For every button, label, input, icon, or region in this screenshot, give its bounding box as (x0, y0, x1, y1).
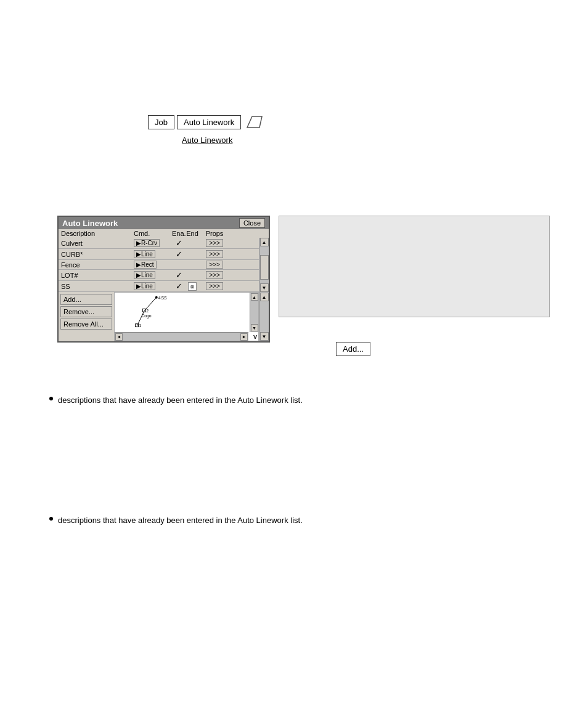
table-row: Fence ▶Rect >>> (59, 260, 259, 270)
bullet-dot-2 (49, 517, 53, 521)
table-scrollbar[interactable]: ▲ ▼ (259, 238, 269, 292)
svg-text:SS: SS (161, 296, 168, 300)
bullet-dot-1 (49, 397, 53, 400)
column-headers: Description Cmd. Ena. End Props (59, 229, 269, 238)
props-btn-ss[interactable]: >>> (206, 282, 223, 290)
bullet-item-2: descriptions that have already been ente… (49, 514, 579, 527)
scrollbar-thumb[interactable] (260, 255, 269, 280)
col-end: End (186, 230, 199, 237)
svg-point-3 (155, 296, 158, 299)
row-desc-culvert: Culvert (61, 240, 134, 247)
table-row: SS ▶Line ✓ ⊠ >>> (59, 281, 259, 292)
bullet-item-1: descriptions that have already been ente… (49, 394, 579, 407)
bullet-text-1: descriptions that have already been ente… (58, 394, 303, 407)
toolbar-area: Job Auto Linework (148, 114, 263, 130)
svg-text:1: 1 (139, 323, 141, 328)
cmd-btn-lot[interactable]: ▶Line (134, 271, 155, 279)
auto-linework-button[interactable]: Auto Linework (177, 115, 241, 129)
row-desc-lot: LOT# (61, 272, 134, 279)
row-desc-fence: Fence (61, 261, 134, 269)
remove-button[interactable]: Remove... (60, 306, 112, 317)
ena-check-ss: ✓ (172, 282, 186, 291)
row-desc-curb: CURB* (61, 251, 134, 258)
h-scroll-left-button[interactable]: ◄ (115, 333, 123, 341)
scroll-up-button[interactable]: ▲ (260, 238, 269, 246)
table-row: Culvert ▶R-Crv ✓ >>> (59, 238, 259, 249)
table-main: Culvert ▶R-Crv ✓ >>> CURB* ▶Line ✓ (59, 238, 259, 292)
v-scrollbar[interactable]: ▲ ▼ (250, 293, 258, 332)
ena-check-curb: ✓ (172, 250, 186, 259)
v-scroll-down-button[interactable]: ▼ (251, 324, 258, 331)
table-row: LOT# ▶Line ✓ >>> (59, 270, 259, 281)
scroll-down-button[interactable]: ▼ (260, 283, 269, 292)
svg-text:Cogo: Cogo (141, 314, 151, 319)
svg-text:4: 4 (158, 296, 161, 300)
add-button-right[interactable]: Add... (336, 342, 370, 356)
svg-marker-0 (247, 116, 262, 128)
dialog-title: Auto Linework (62, 219, 118, 228)
col-props: Props (199, 230, 230, 237)
cmd-btn-culvert[interactable]: ▶R-Crv (134, 239, 160, 247)
table-row: CURB* ▶Line ✓ >>> (59, 249, 259, 260)
bullet-text-2: descriptions that have already been ente… (58, 514, 303, 527)
dialog-bottom: Add... Remove... Remove All... 4 SS 2 Co… (59, 292, 269, 341)
ena-check-culvert: ✓ (172, 238, 186, 248)
preview-map: 4 SS 2 Cogo 1 H V ◄ ► ▲ ▼ (114, 292, 259, 341)
right-scroll-up-button[interactable]: ▲ (260, 293, 269, 301)
col-description: Description (61, 230, 134, 237)
end-cell-ss: ⊠ (186, 282, 199, 291)
props-btn-fence[interactable]: >>> (206, 261, 223, 269)
h-scroll-right-button[interactable]: ► (240, 333, 248, 341)
props-btn-curb[interactable]: >>> (206, 250, 223, 258)
dialog-titlebar: Auto Linework Close (59, 217, 269, 229)
row-desc-ss: SS (61, 283, 134, 290)
svg-text:2: 2 (146, 309, 149, 313)
props-btn-lot[interactable]: >>> (206, 271, 223, 279)
add-button[interactable]: Add... (60, 294, 112, 305)
auto-linework-dialog: Auto Linework Close Description Cmd. Ena… (57, 216, 270, 343)
job-button[interactable]: Job (148, 115, 174, 129)
bullet-section-2: descriptions that have already been ente… (49, 514, 579, 530)
h-scrollbar[interactable]: ◄ ► (115, 332, 248, 341)
side-buttons: Add... Remove... Remove All... (59, 292, 114, 341)
right-scrollbar[interactable]: ▲ ▼ (259, 292, 269, 341)
cmd-btn-fence[interactable]: ▶Rect (134, 261, 157, 269)
right-info-panel (279, 216, 550, 317)
trapezoid-icon (243, 114, 263, 130)
props-btn-culvert[interactable]: >>> (206, 239, 223, 247)
dialog-close-button[interactable]: Close (239, 218, 265, 228)
col-cmd: Cmd. (134, 230, 172, 237)
remove-all-button[interactable]: Remove All... (60, 319, 112, 330)
v-scroll-up-button[interactable]: ▲ (251, 293, 258, 301)
ss-end-icon: ⊠ (188, 282, 197, 291)
ena-check-lot: ✓ (172, 270, 186, 280)
right-scroll-down-button[interactable]: ▼ (260, 332, 269, 341)
col-ena: Ena. (172, 230, 186, 237)
linework-table: Culvert ▶R-Crv ✓ >>> CURB* ▶Line ✓ (59, 238, 269, 292)
cmd-btn-curb[interactable]: ▶Line (134, 250, 155, 258)
cmd-btn-ss[interactable]: ▶Line (134, 282, 155, 290)
bullet-section-1: descriptions that have already been ente… (49, 394, 579, 410)
v-label: V (253, 334, 257, 340)
section-heading: Auto Linework (182, 136, 232, 145)
